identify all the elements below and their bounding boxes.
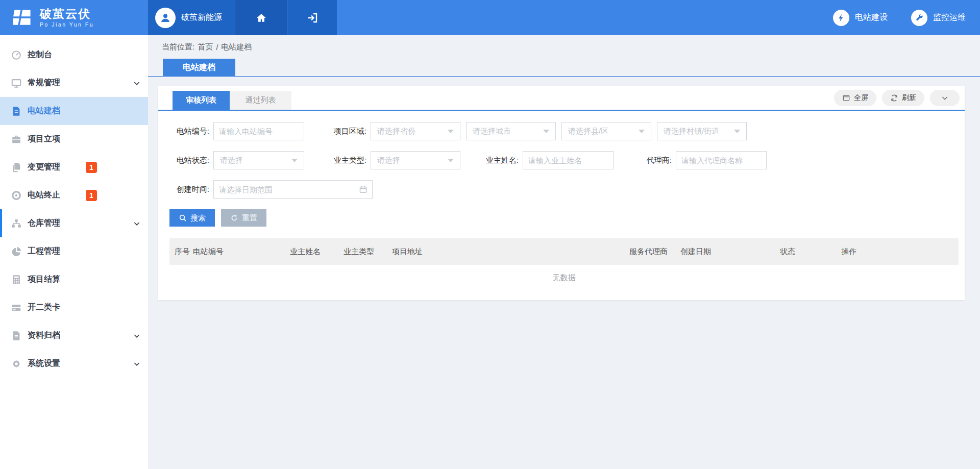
sitemap-icon bbox=[10, 217, 22, 230]
sidebar-item-station-archive[interactable]: 电站建档 bbox=[0, 97, 148, 125]
header-right-nav: 电站建设 监控运维 bbox=[337, 0, 980, 35]
fullscreen-button[interactable]: 全屏 bbox=[834, 90, 876, 106]
col-service-agent: 服务代理商 bbox=[629, 247, 680, 257]
fullscreen-icon bbox=[842, 94, 850, 102]
province-placeholder: 请选择省份 bbox=[377, 127, 415, 136]
briefcase-icon bbox=[10, 133, 22, 145]
county-select[interactable]: 请选择县/区 bbox=[561, 122, 651, 140]
fullscreen-label: 全屏 bbox=[854, 93, 868, 103]
agent-input[interactable] bbox=[676, 151, 767, 169]
date-range-field bbox=[213, 180, 373, 199]
col-created-date: 创建日期 bbox=[680, 247, 780, 257]
breadcrumb-current: 电站建档 bbox=[221, 42, 252, 52]
city-placeholder: 请选择城市 bbox=[473, 127, 511, 136]
nav-monitor-ops-label: 监控运维 bbox=[933, 12, 966, 23]
station-terminate-badge: 1 bbox=[86, 190, 97, 201]
sidebar-item-label: 控制台 bbox=[28, 50, 52, 60]
brand-title: 破茧云伏 bbox=[40, 8, 94, 20]
tab-passed-list[interactable]: 通过列表 bbox=[230, 91, 291, 110]
sidebar-item-data-archive[interactable]: 资料归档 bbox=[0, 322, 148, 350]
refresh-icon bbox=[890, 94, 898, 102]
sidebar-item-change-mgmt[interactable]: 变更管理 1 bbox=[0, 153, 148, 181]
sidebar-item-label: 开二类卡 bbox=[28, 302, 60, 313]
refresh-button[interactable]: 刷新 bbox=[882, 90, 924, 106]
caret-down-icon bbox=[543, 130, 549, 133]
person-icon bbox=[159, 12, 172, 24]
home-button[interactable] bbox=[235, 0, 287, 35]
refresh-label: 刷新 bbox=[902, 93, 916, 103]
sidebar-item-engineering-mgmt[interactable]: 工程管理 bbox=[0, 237, 148, 265]
chevron-down-icon bbox=[941, 94, 949, 102]
owner-name-input[interactable] bbox=[523, 151, 614, 169]
reset-label: 重置 bbox=[242, 213, 257, 223]
city-select[interactable]: 请选择城市 bbox=[466, 122, 556, 140]
breadcrumb-prefix: 当前位置: bbox=[162, 42, 194, 52]
province-select[interactable]: 请选择省份 bbox=[371, 122, 460, 140]
pie-chart-icon bbox=[10, 245, 22, 258]
sidebar-item-station-terminate[interactable]: 电站终止 1 bbox=[0, 181, 148, 209]
sign-out-button[interactable] bbox=[287, 0, 337, 35]
sidebar: 控制台 常规管理 电站建档 bbox=[0, 35, 148, 469]
station-no-label: 电站编号: bbox=[169, 127, 209, 136]
sidebar-item-warehouse-mgmt[interactable]: 仓库管理 bbox=[0, 209, 148, 237]
search-icon bbox=[179, 214, 187, 222]
region-label: 项目区域: bbox=[327, 127, 366, 136]
card-toolbar: 全屏 刷新 bbox=[834, 90, 960, 106]
sidebar-item-project-settlement[interactable]: 项目结算 bbox=[0, 265, 148, 293]
wrench-icon bbox=[911, 10, 927, 26]
owner-type-select[interactable]: 请选择 bbox=[371, 151, 460, 169]
caret-down-icon bbox=[734, 130, 740, 133]
col-owner-type: 业主类型 bbox=[344, 247, 392, 257]
col-project-address: 项目地址 bbox=[392, 247, 629, 257]
reset-icon bbox=[230, 214, 238, 222]
agent-label: 代理商: bbox=[632, 156, 672, 165]
sidebar-item-label: 工程管理 bbox=[28, 246, 60, 257]
filter-row-3: 创建时间: bbox=[169, 180, 950, 199]
archive-icon bbox=[10, 330, 22, 342]
sidebar-item-system-settings[interactable]: 系统设置 bbox=[0, 350, 148, 378]
station-no-input[interactable] bbox=[213, 122, 304, 140]
app-header: 破茧云伏 Po Jian Yun Fu 破茧新能源 bbox=[0, 0, 980, 35]
sidebar-item-label: 常规管理 bbox=[28, 78, 60, 88]
layout: 控制台 常规管理 电站建档 bbox=[0, 35, 980, 469]
breadcrumb: 当前位置: 首页 / 电站建档 bbox=[148, 35, 980, 59]
page-tabbar: 电站建档 bbox=[148, 59, 980, 77]
filter-form: 电站编号: 项目区域: 请选择省份 请选择城市 请选择县/区 bbox=[158, 111, 965, 199]
col-status: 状态 bbox=[780, 247, 841, 257]
current-user-button[interactable]: 破茧新能源 bbox=[148, 0, 235, 35]
town-placeholder: 请选择村镇/街道 bbox=[664, 127, 719, 136]
station-status-label: 电站状态: bbox=[169, 156, 209, 165]
sidebar-item-general-mgmt[interactable]: 常规管理 bbox=[0, 69, 148, 97]
change-mgmt-badge: 1 bbox=[86, 162, 97, 173]
station-status-select[interactable]: 请选择 bbox=[213, 151, 304, 169]
nav-monitor-ops[interactable]: 监控运维 bbox=[911, 10, 966, 26]
search-button[interactable]: 搜索 bbox=[169, 209, 215, 227]
gear-icon bbox=[10, 358, 22, 370]
page-tab-station-archive[interactable]: 电站建档 bbox=[163, 59, 235, 76]
monitor-icon bbox=[10, 77, 22, 89]
sidebar-item-console[interactable]: 控制台 bbox=[0, 41, 148, 69]
table-header-row: 序号 电站编号 业主姓名 业主类型 项目地址 服务代理商 创建日期 状态 操作 bbox=[169, 238, 959, 265]
tab-review-list[interactable]: 审核列表 bbox=[173, 91, 230, 110]
chevron-down-icon bbox=[133, 219, 141, 228]
date-range-input[interactable] bbox=[213, 180, 373, 199]
dashboard-icon bbox=[10, 49, 22, 61]
owner-type-label: 业主类型: bbox=[327, 156, 366, 165]
card-tabbar: 审核列表 通过列表 全屏 刷新 bbox=[158, 86, 965, 111]
col-index: 序号 bbox=[169, 247, 193, 257]
town-select[interactable]: 请选择村镇/街道 bbox=[657, 122, 747, 140]
breadcrumb-home[interactable]: 首页 bbox=[198, 42, 213, 52]
collapse-button[interactable] bbox=[930, 90, 960, 106]
breadcrumb-separator: / bbox=[216, 43, 218, 52]
sidebar-item-open-type2-card[interactable]: 开二类卡 bbox=[0, 293, 148, 322]
document-icon bbox=[10, 105, 22, 117]
brand: 破茧云伏 Po Jian Yun Fu bbox=[0, 0, 148, 35]
calculator-icon bbox=[10, 274, 22, 286]
sidebar-item-label: 资料归档 bbox=[28, 330, 60, 341]
reset-button[interactable]: 重置 bbox=[221, 209, 266, 227]
owner-type-placeholder: 请选择 bbox=[377, 156, 400, 165]
nav-station-build[interactable]: 电站建设 bbox=[833, 10, 888, 26]
filter-row-1: 电站编号: 项目区域: 请选择省份 请选择城市 请选择县/区 bbox=[169, 122, 950, 140]
table-empty-state: 无数据 bbox=[169, 265, 959, 299]
sidebar-item-project-initiation[interactable]: 项目立项 bbox=[0, 125, 148, 153]
